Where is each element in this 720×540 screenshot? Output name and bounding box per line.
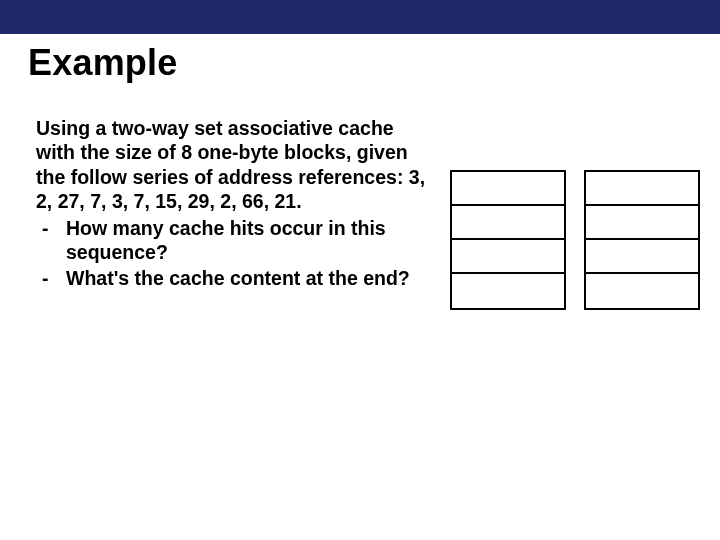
cache-way-1 <box>584 170 700 310</box>
question-item: What's the cache content at the end? <box>36 266 426 290</box>
cache-cell <box>586 274 698 308</box>
cache-cell <box>586 240 698 274</box>
header-bar <box>0 0 720 34</box>
cache-cell <box>452 206 564 240</box>
cache-cell <box>586 172 698 206</box>
question-list: How many cache hits occur in this sequen… <box>36 216 426 291</box>
cache-cell <box>452 172 564 206</box>
cache-cell <box>586 206 698 240</box>
question-item: How many cache hits occur in this sequen… <box>36 216 426 265</box>
slide-body: Using a two-way set associative cache wi… <box>36 116 426 291</box>
cache-cell <box>452 240 564 274</box>
cache-cell <box>452 274 564 308</box>
slide: Example Using a two-way set associative … <box>0 0 720 540</box>
slide-title: Example <box>28 42 177 84</box>
cache-tables <box>450 170 700 310</box>
problem-statement: Using a two-way set associative cache wi… <box>36 116 426 214</box>
cache-way-0 <box>450 170 566 310</box>
